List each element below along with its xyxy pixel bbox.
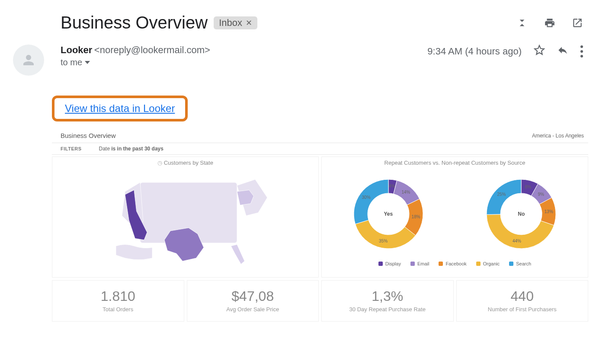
dashboard: Business Overview America - Los Angeles … [52, 129, 588, 322]
more-icon[interactable] [580, 45, 583, 57]
legend-search: Search [509, 261, 531, 266]
kpi-total-orders: 1.810 Total Orders [52, 280, 184, 322]
header-actions [516, 17, 583, 29]
sender-text: Looker <noreply@lookermail.com> to me [61, 45, 210, 67]
kpi-value: 1,3% [322, 288, 453, 304]
reply-icon[interactable] [557, 45, 568, 58]
kpi-value: 1.810 [52, 288, 184, 304]
dashboard-timezone: America - Los Angeles [532, 133, 584, 139]
to-line[interactable]: to me [61, 57, 210, 67]
legend-display: Display [378, 261, 401, 266]
kpi-label: Number of First Purchasers [457, 306, 588, 313]
filter-text: Date is in the past 30 days [99, 146, 163, 152]
collapse-icon[interactable] [516, 17, 528, 29]
cta-highlight-box: View this data in Looker [52, 96, 188, 121]
kpis-row: 1.810 Total Orders $47,08 Avg Order Sale… [52, 280, 588, 322]
person-icon [21, 52, 36, 68]
kpi-value: 440 [457, 288, 588, 304]
svg-text:13%: 13% [545, 209, 553, 214]
email-subject-row: Business Overview Inbox ✕ [61, 13, 583, 32]
svg-text:44%: 44% [513, 239, 521, 243]
kpi-value: $47,08 [187, 288, 319, 304]
email-subject: Business Overview [61, 13, 208, 32]
sender-row: Looker <noreply@lookermail.com> to me 9:… [13, 45, 583, 76]
star-icon[interactable] [534, 45, 545, 58]
dashboard-title: Business Overview [61, 132, 116, 139]
svg-text:9%: 9% [538, 192, 545, 197]
filter-bold: is in the past 30 days [111, 146, 163, 152]
kpi-label: Total Orders [52, 306, 184, 313]
sender-email: <noreply@lookermail.com> [94, 45, 210, 55]
donut-yes-center: Yes [384, 211, 393, 217]
donuts-wrap: 4%14%18%35%30% Yes 8%9%13%44%25% No [322, 169, 588, 259]
inbox-label-chip[interactable]: Inbox ✕ [214, 16, 257, 29]
filters-label: FILTERS [61, 146, 82, 151]
kpi-label: 30 Day Repeat Purchase Rate [322, 306, 453, 313]
email-timestamp: 9:34 AM (4 hours ago) [427, 46, 522, 57]
svg-text:18%: 18% [411, 214, 420, 219]
inbox-label-text: Inbox [219, 17, 242, 29]
svg-text:30%: 30% [362, 195, 370, 200]
donut-no: 8%9%13%44%25% No [478, 171, 564, 257]
dashboard-header: Business Overview America - Los Angeles [52, 129, 588, 143]
donut-no-center: No [518, 211, 525, 217]
svg-text:8%: 8% [525, 185, 532, 189]
chevron-down-icon [85, 61, 90, 64]
filters-bar: FILTERS Date is in the past 30 days [52, 143, 588, 155]
legend-facebook: Facebook [439, 261, 466, 266]
open-in-new-icon[interactable] [572, 17, 583, 29]
panels-row: ◷ Customers by State [52, 156, 588, 278]
sender-name: Looker [61, 45, 92, 55]
print-icon[interactable] [544, 17, 555, 29]
kpi-first-purchasers: 440 Number of First Purchasers [456, 280, 589, 322]
us-map [52, 167, 318, 271]
filter-prefix: Date [99, 146, 112, 152]
remove-label-icon[interactable]: ✕ [246, 18, 252, 28]
donut-panel-title: Repeat Customers vs. Non-repeat Customer… [322, 157, 588, 167]
kpi-avg-order: $47,08 Avg Order Sale Price [187, 280, 319, 322]
donut-panel: Repeat Customers vs. Non-repeat Customer… [321, 156, 588, 278]
svg-text:4%: 4% [388, 184, 395, 188]
kpi-label: Avg Order Sale Price [187, 306, 319, 313]
sender-avatar[interactable] [13, 45, 44, 76]
svg-text:35%: 35% [379, 239, 388, 243]
donut-yes: 4%14%18%35%30% Yes [345, 171, 432, 257]
message-meta: 9:34 AM (4 hours ago) [427, 45, 583, 58]
legend-organic: Organic [476, 261, 500, 266]
donut-legend: Display Email Facebook Organic Search [322, 261, 588, 266]
svg-text:14%: 14% [401, 190, 410, 195]
view-in-looker-link[interactable]: View this data in Looker [65, 102, 175, 114]
kpi-repeat-rate: 1,3% 30 Day Repeat Purchase Rate [321, 280, 454, 322]
map-panel: ◷ Customers by State [52, 156, 319, 278]
legend-email: Email [410, 261, 429, 266]
svg-text:25%: 25% [497, 192, 506, 197]
to-line-text: to me [61, 57, 82, 67]
